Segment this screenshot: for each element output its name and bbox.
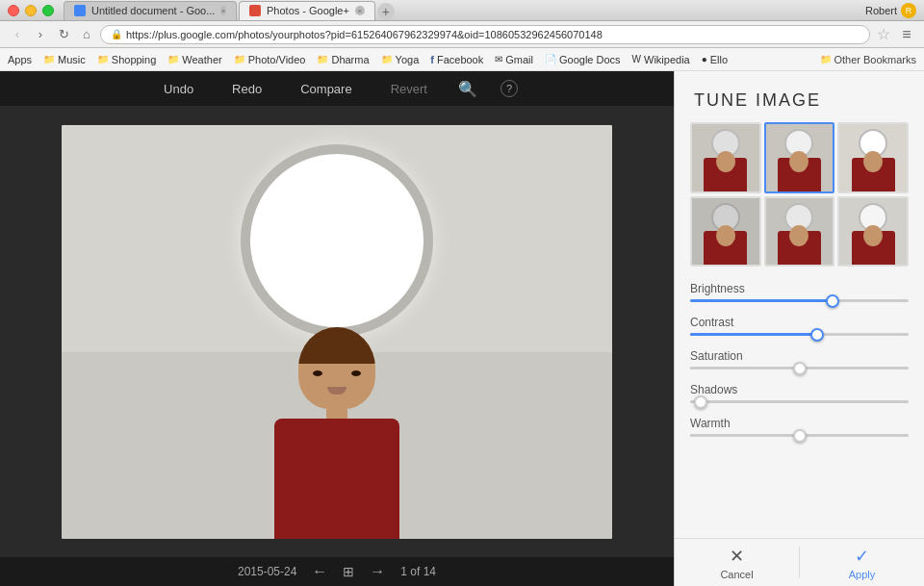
photo-background — [62, 125, 612, 539]
bookmark-yoga[interactable]: 📁 Yoga — [381, 54, 420, 65]
revert-button[interactable]: Revert — [383, 78, 435, 100]
bookmark-ello[interactable]: ● Ello — [702, 54, 728, 65]
thumb-inner-4 — [692, 198, 759, 266]
bookmark-apps-label: Apps — [8, 54, 32, 65]
brightness-track[interactable] — [690, 299, 909, 302]
tab-close-docs[interactable]: × — [220, 6, 226, 15]
tab-favicon-docs — [74, 5, 86, 16]
editor-panel: Undo Redo Compare Revert 🔍 ? — [0, 71, 674, 586]
folder-icon-yoga: 📁 — [381, 54, 393, 64]
bookmark-dharma-label: Dharma — [331, 54, 369, 65]
thumbnail-4[interactable] — [690, 196, 761, 268]
titlebar: Untitled document - Goo... × Photos - Go… — [0, 0, 924, 21]
back-button[interactable]: ‹ — [8, 25, 27, 44]
bookmark-facebook[interactable]: f Facebook — [430, 54, 483, 65]
thumbnail-1[interactable] — [690, 122, 761, 193]
thumbnail-6[interactable] — [837, 196, 909, 268]
thumb-inner-3 — [839, 124, 907, 191]
forward-button[interactable]: › — [31, 25, 50, 44]
bookmark-ello-label: Ello — [710, 54, 728, 65]
next-photo-button[interactable]: → — [370, 563, 385, 580]
undo-button[interactable]: Undo — [156, 78, 201, 100]
sliders-section: Brightness Contrast Saturation — [675, 278, 924, 538]
other-bookmarks[interactable]: 📁 Other Bookmarks — [820, 54, 916, 65]
traffic-lights — [8, 5, 54, 16]
bookmark-gmail[interactable]: ✉ Gmail — [495, 54, 533, 65]
ello-icon: ● — [702, 54, 707, 64]
bookmark-shopping[interactable]: 📁 Shopping — [97, 54, 157, 65]
shadows-thumb[interactable] — [694, 395, 707, 409]
photo-count: 1 of 14 — [400, 565, 436, 578]
shadows-track[interactable] — [690, 400, 909, 403]
folder-icon-weather: 📁 — [167, 54, 179, 64]
warmth-thumb[interactable] — [793, 429, 807, 443]
thumbnail-2[interactable] — [764, 122, 835, 193]
saturation-track[interactable] — [690, 367, 909, 369]
bookmark-google-docs-label: Google Docs — [559, 54, 621, 65]
saturation-slider-row: Saturation — [690, 349, 909, 369]
bookmark-google-docs[interactable]: 📄 Google Docs — [545, 54, 621, 65]
bookmark-wikipedia[interactable]: W Wikipedia — [632, 54, 690, 65]
tab-photos[interactable]: Photos - Google+ × — [239, 1, 375, 20]
close-button[interactable] — [8, 5, 19, 16]
cancel-label: Cancel — [720, 569, 753, 580]
tab-close-photos[interactable]: × — [355, 6, 365, 15]
bookmark-photo-video-label: Photo/Video — [248, 54, 306, 65]
bookmark-photo-video[interactable]: 📁 Photo/Video — [234, 54, 306, 65]
home-button[interactable]: ⌂ — [77, 25, 96, 44]
thumbnail-grid — [675, 122, 924, 278]
grid-view-button[interactable]: ⊞ — [343, 564, 354, 579]
bookmark-weather[interactable]: 📁 Weather — [167, 54, 221, 65]
window-controls: Robert R — [865, 3, 916, 18]
thumbnail-3[interactable] — [837, 122, 909, 193]
help-icon[interactable]: ? — [500, 80, 518, 97]
bookmark-apps[interactable]: Apps — [8, 54, 32, 65]
shadows-slider-row: Shadows — [690, 383, 909, 403]
contrast-label: Contrast — [690, 316, 909, 329]
browser-menu-button[interactable]: ≡ — [897, 25, 916, 44]
search-icon[interactable]: 🔍 — [458, 80, 477, 98]
address-bar[interactable]: 🔒 https://plus.google.com/photos/yourpho… — [100, 25, 870, 44]
apply-button[interactable]: ✓ Apply — [800, 539, 924, 586]
compare-button[interactable]: Compare — [293, 78, 359, 100]
contrast-track[interactable] — [690, 333, 909, 336]
navbar: ‹ › ↻ ⌂ 🔒 https://plus.google.com/photos… — [0, 21, 924, 48]
thumb-inner-6 — [839, 198, 907, 266]
bookmark-music[interactable]: 📁 Music — [43, 54, 86, 65]
bookmark-dharma[interactable]: 📁 Dharma — [317, 54, 369, 65]
tune-panel: TUNE IMAGE — [674, 71, 924, 586]
saturation-thumb[interactable] — [793, 362, 807, 375]
new-tab-button[interactable]: + — [377, 3, 395, 20]
refresh-button[interactable]: ↻ — [54, 25, 73, 44]
thumbnail-5[interactable] — [764, 196, 835, 268]
maximize-button[interactable] — [42, 5, 54, 16]
contrast-fill — [690, 333, 817, 336]
contrast-slider-row: Contrast — [690, 316, 909, 336]
brightness-fill — [690, 299, 833, 302]
person-figure — [241, 327, 433, 539]
photo-frame — [62, 125, 612, 539]
bookmark-yoga-label: Yoga — [396, 54, 420, 65]
browser-window: Untitled document - Goo... × Photos - Go… — [0, 0, 924, 586]
tune-panel-title: TUNE IMAGE — [675, 71, 924, 122]
minimize-button[interactable] — [25, 5, 37, 16]
warmth-slider-row: Warmth — [690, 417, 909, 437]
bookmark-gmail-label: Gmail — [505, 54, 533, 65]
warmth-fill — [690, 434, 800, 437]
warmth-track[interactable] — [690, 434, 909, 437]
thumb-inner-2 — [766, 124, 834, 191]
bookmark-star[interactable]: ☆ — [874, 25, 893, 44]
photo-date: 2015-05-24 — [238, 565, 296, 578]
cancel-button[interactable]: ✕ Cancel — [675, 539, 799, 586]
apply-icon: ✓ — [855, 546, 869, 567]
bookmark-wikipedia-label: Wikipedia — [644, 54, 690, 65]
brightness-thumb[interactable] — [826, 294, 839, 308]
bookmark-weather-label: Weather — [182, 54, 221, 65]
prev-photo-button[interactable]: ← — [312, 563, 327, 580]
redo-button[interactable]: Redo — [224, 78, 270, 100]
folder-icon-other: 📁 — [820, 54, 832, 64]
contrast-thumb[interactable] — [810, 328, 824, 342]
tab-docs[interactable]: Untitled document - Goo... × — [64, 1, 237, 20]
tab-favicon-photos — [249, 5, 261, 16]
user-avatar: R — [901, 3, 916, 18]
